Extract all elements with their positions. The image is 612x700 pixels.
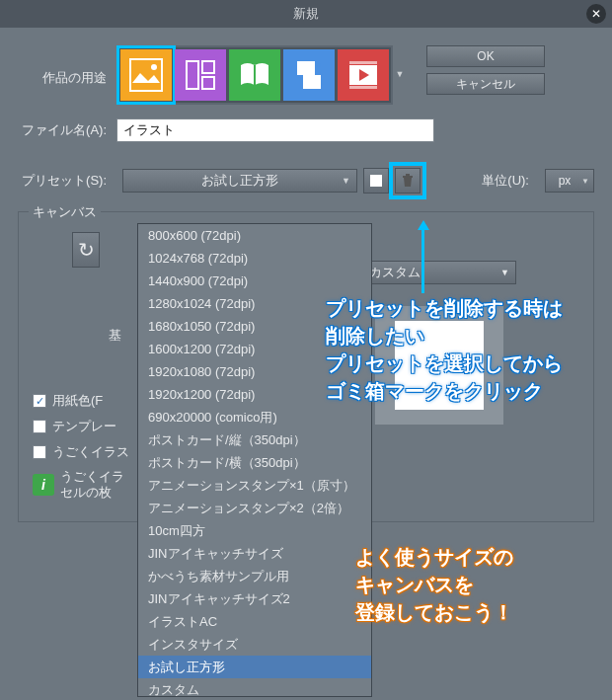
- svg-rect-3: [202, 61, 214, 73]
- template-label: テンプレー: [52, 418, 116, 435]
- illustration-icon[interactable]: [120, 49, 172, 101]
- canvas-template-combobox[interactable]: カスタム: [360, 261, 516, 284]
- svg-rect-11: [349, 86, 377, 89]
- ugoku-cell-label1: うごくイラ: [60, 469, 124, 485]
- close-icon[interactable]: ✕: [586, 4, 606, 24]
- canvas-template-value: カスタム: [369, 264, 421, 281]
- annotation-arrow-line: [421, 229, 424, 293]
- preset-label: プリセット(S):: [18, 172, 116, 190]
- svg-rect-10: [349, 61, 377, 64]
- purpose-expand-icon[interactable]: ▼: [393, 45, 407, 103]
- preset-combobox[interactable]: お試し正方形: [122, 169, 357, 193]
- animation-icon[interactable]: [338, 49, 389, 101]
- rotate-icon[interactable]: ↻: [72, 232, 100, 268]
- ok-button[interactable]: OK: [426, 45, 545, 67]
- preset-option[interactable]: 800x600 (72dpi): [138, 224, 371, 247]
- preset-option[interactable]: お試し正方形: [138, 656, 371, 678]
- papercolor-label: 用紙色(F: [52, 392, 103, 410]
- preset-option[interactable]: カスタム: [138, 678, 371, 697]
- delete-preset-button[interactable]: [395, 168, 421, 194]
- preset-option[interactable]: インスタサイズ: [138, 633, 371, 656]
- register-annotation: よく使うサイズの キャンバスを 登録しておこう！: [355, 543, 513, 626]
- ugoku-cell-label2: セルの枚: [60, 485, 124, 501]
- unit-label: 単位(U):: [482, 172, 539, 190]
- preset-option[interactable]: JINアイキャッチサイズ: [138, 542, 371, 565]
- preset-option[interactable]: 690x20000 (comico用): [138, 406, 371, 428]
- unit-value: px: [559, 174, 572, 188]
- unit-combobox[interactable]: px: [545, 169, 594, 193]
- svg-rect-0: [130, 59, 162, 91]
- papercolor-checkbox[interactable]: ✓: [33, 394, 46, 408]
- preset-option[interactable]: かべうち素材サンプル用: [138, 565, 371, 587]
- preset-option[interactable]: イラストAC: [138, 610, 371, 633]
- template-checkbox[interactable]: [33, 420, 46, 433]
- ugoku-label: うごくイラス: [52, 443, 129, 461]
- cancel-button[interactable]: キャンセル: [426, 73, 545, 95]
- preset-option[interactable]: アニメーションスタンプ×2（2倍）: [138, 497, 371, 519]
- base-label: 基: [33, 327, 131, 345]
- svg-rect-12: [370, 175, 382, 187]
- preset-option[interactable]: ポストカード/縦（350dpi）: [138, 428, 371, 451]
- comic-icon[interactable]: [175, 49, 226, 101]
- save-preset-button[interactable]: [363, 168, 389, 194]
- print-icon[interactable]: [283, 49, 335, 101]
- svg-point-1: [151, 64, 157, 70]
- purpose-icon-bar: [116, 45, 393, 105]
- canvas-group-title: キャンバス: [29, 203, 101, 221]
- preset-option[interactable]: JINアイキャッチサイズ2: [138, 587, 371, 610]
- ugoku-checkbox[interactable]: [33, 445, 46, 459]
- filename-input[interactable]: [116, 118, 434, 142]
- info-icon: i: [33, 474, 54, 496]
- preset-option[interactable]: 1024x768 (72dpi): [138, 247, 371, 270]
- titlebar: 新規 ✕: [0, 0, 612, 28]
- book-icon[interactable]: [229, 49, 280, 101]
- svg-point-8: [317, 63, 321, 67]
- svg-rect-6: [297, 61, 315, 75]
- preset-combobox-value: お試し正方形: [201, 172, 278, 190]
- svg-rect-4: [202, 77, 214, 89]
- delete-annotation: プリセットを削除する時は 削除したい プリセットを選択してから ゴミ箱マークをク…: [326, 294, 563, 405]
- svg-rect-7: [303, 75, 321, 89]
- svg-rect-2: [187, 61, 198, 89]
- preset-option[interactable]: 1440x900 (72dpi): [138, 270, 371, 292]
- filename-label: ファイル名(A):: [18, 121, 116, 139]
- preset-option[interactable]: ポストカード/横（350dpi）: [138, 451, 371, 474]
- preset-option[interactable]: 10cm四方: [138, 519, 371, 542]
- window-title: 新規: [293, 5, 319, 23]
- purpose-label: 作品の用途: [18, 45, 116, 87]
- preset-option[interactable]: アニメーションスタンプ×1（原寸）: [138, 474, 371, 497]
